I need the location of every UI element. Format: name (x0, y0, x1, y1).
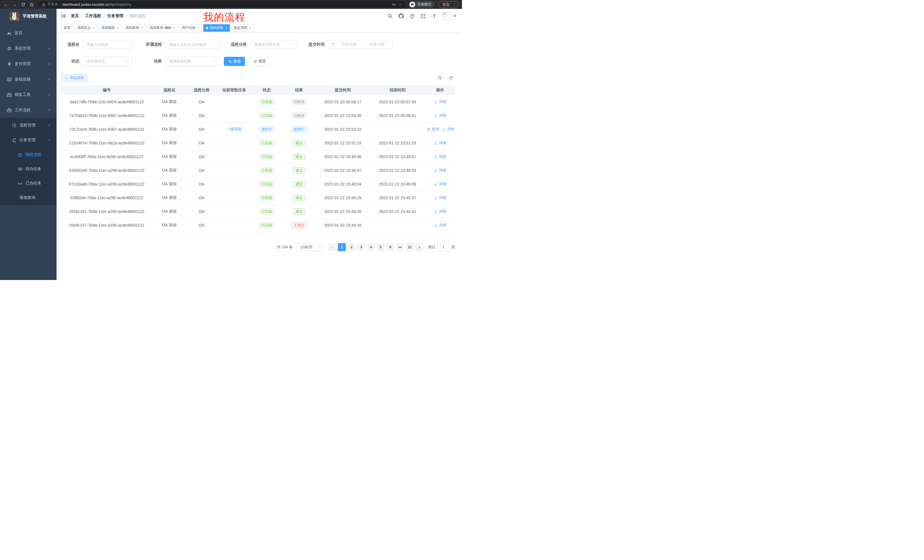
address-bar[interactable]: 不安全 dashboard.yudao.iocoder.cn/bpm/task/… (38, 1, 406, 8)
process-definition-input[interactable] (165, 40, 220, 49)
sidebar-item-label: 工作流程 (15, 108, 30, 113)
tab-start-process[interactable]: 发起流程× (231, 24, 254, 32)
bookmark-star-icon[interactable]: ☆ (399, 2, 402, 7)
browser-home-button[interactable] (28, 1, 35, 8)
close-icon[interactable]: × (225, 26, 227, 30)
tab-process-form-edit[interactable]: 流程表单-编辑× (147, 24, 178, 32)
sidebar-item-done-tasks[interactable]: 已办任务 (0, 176, 57, 190)
page-button[interactable]: 6 (386, 243, 394, 251)
browser-back-button[interactable]: ← (2, 1, 10, 8)
detail-link[interactable]: 详情 (434, 209, 446, 214)
detail-link[interactable]: 详情 (442, 127, 454, 132)
search-button[interactable]: 搜索 (224, 57, 245, 66)
sidebar-item-home[interactable]: 首页 (0, 25, 57, 41)
sidebar-item-system[interactable]: ⚙系统管理 (0, 41, 57, 56)
question-icon[interactable] (410, 14, 415, 18)
browser-update-button[interactable]: 更新 ⋮ (438, 1, 459, 8)
detail-link[interactable]: 详情 (434, 99, 446, 105)
sidebar-toggle-icon[interactable] (61, 13, 66, 18)
detail-link[interactable]: 详情 (434, 195, 446, 201)
sidebar-item-workflow[interactable]: 工作流程 (0, 102, 57, 118)
result-badge: 通过 (292, 140, 305, 146)
sidebar-item-payment[interactable]: ¥支付管理 (0, 56, 57, 72)
cell-status: 已完成 (251, 191, 282, 205)
show-search-button[interactable] (436, 73, 444, 82)
next-page-button[interactable]: › (416, 243, 423, 251)
sidebar-item-leave-query[interactable]: 请假查询 (0, 190, 57, 205)
user-avatar[interactable] (442, 12, 456, 20)
page-button[interactable]: 5 (376, 243, 385, 251)
sidebar-item-process-mgmt[interactable]: 流程管理 (0, 118, 57, 133)
page-button[interactable]: 11 (406, 243, 414, 251)
incognito-label: 无痕模式 (417, 2, 432, 7)
page-size-select[interactable]: 10条/页 (297, 243, 324, 251)
current-task-link[interactable]: 一级审批 (226, 127, 242, 131)
cell-status: 已完成 (251, 109, 282, 123)
password-key-icon[interactable] (392, 2, 397, 7)
process-name-input[interactable] (83, 40, 132, 49)
avatar-caret-icon[interactable] (453, 15, 456, 18)
app-logo[interactable]: 芋道管理系统 (0, 9, 57, 24)
cell-end-time: 2022-01-22 23:44:42 (370, 205, 425, 219)
detail-link[interactable]: 详情 (434, 154, 446, 159)
close-icon[interactable]: × (93, 26, 95, 30)
tab-my-process[interactable]: 我的流程× (203, 24, 230, 32)
breadcrumb-item[interactable]: 任务管理 (107, 13, 123, 18)
cancel-link[interactable]: 取消 (427, 127, 439, 132)
result-select[interactable]: 请选择流结果 (165, 57, 220, 66)
submit-time-range-picker[interactable]: 开始日期 - 结束日期 (328, 40, 393, 49)
breadcrumb-item[interactable]: 工作流程 (85, 13, 101, 18)
browser-reload-button[interactable] (20, 1, 27, 8)
sidebar-item-task-mgmt[interactable]: 任务管理 (0, 133, 57, 148)
filter-label-result: 结果 (142, 59, 162, 64)
cell-result: 通过 (282, 163, 316, 177)
browser-forward-button[interactable]: → (11, 1, 18, 8)
cell-actions: 详情 (425, 163, 455, 177)
page-button[interactable]: 1 (338, 243, 346, 251)
close-icon[interactable]: × (197, 26, 199, 30)
create-process-button[interactable]: ＋ 发起流程 (61, 74, 87, 82)
status-badge: 已完成 (259, 181, 274, 187)
page-button[interactable]: 3 (357, 243, 365, 251)
goto-page-input[interactable] (438, 243, 449, 251)
tab-process-form[interactable]: 流程表单× (123, 24, 146, 32)
category-select[interactable]: 请选择流程分类 (250, 40, 297, 49)
cell-id: ec45f38f-7b9a-11ec-b03b-acde48001122 (61, 150, 153, 163)
detail-link[interactable]: 详情 (434, 181, 446, 187)
browser-menu-icon[interactable]: ⋮ (452, 2, 456, 7)
cell-id: 819442e8-7b9a-11ec-a290-acde48001122 (61, 163, 153, 177)
font-size-icon[interactable]: tT (432, 14, 436, 18)
refresh-table-button[interactable] (447, 73, 455, 82)
sidebar-item-devtools[interactable]: 研发工具 (0, 87, 57, 102)
result-badge: 不通过 (291, 222, 307, 228)
close-icon[interactable]: × (173, 26, 176, 30)
tab-home[interactable]: 首页 (61, 24, 73, 32)
search-icon[interactable] (387, 13, 393, 18)
tab-user-group[interactable]: 用户分组× (179, 24, 202, 32)
close-icon[interactable]: × (141, 26, 143, 30)
sidebar-item-label: 待办任务 (26, 166, 41, 172)
github-icon[interactable] (399, 13, 404, 18)
close-icon[interactable]: × (117, 26, 119, 30)
chevron-up-icon (47, 138, 51, 142)
detail-link[interactable]: 详情 (434, 113, 446, 118)
prev-page-button[interactable]: ‹ (328, 243, 336, 251)
edit-icon (434, 155, 438, 159)
reset-button[interactable]: 重置 (249, 57, 270, 66)
tab-process-model[interactable]: 流程模型× (99, 24, 122, 32)
security-chip[interactable]: 不安全 (42, 2, 58, 7)
page-button[interactable]: 4 (367, 243, 375, 251)
status-select[interactable]: 请选择状态 (83, 57, 132, 66)
pager-ellipsis[interactable]: ••• (396, 243, 404, 251)
detail-link[interactable]: 详情 (434, 223, 446, 228)
tab-process-definition[interactable]: 流程定义× (75, 24, 98, 32)
breadcrumb-item[interactable]: 首页 (71, 13, 79, 18)
page-button[interactable]: 2 (348, 243, 356, 251)
fullscreen-icon[interactable] (421, 14, 426, 18)
sidebar-item-infra[interactable]: 基础设施 (0, 72, 57, 87)
close-icon[interactable]: × (249, 26, 252, 30)
sidebar-item-todo-tasks[interactable]: 待办任务 (0, 162, 57, 176)
detail-link[interactable]: 详情 (434, 168, 446, 173)
sidebar-item-my-process[interactable]: 我的流程 (0, 148, 57, 162)
detail-link[interactable]: 详情 (434, 141, 446, 145)
